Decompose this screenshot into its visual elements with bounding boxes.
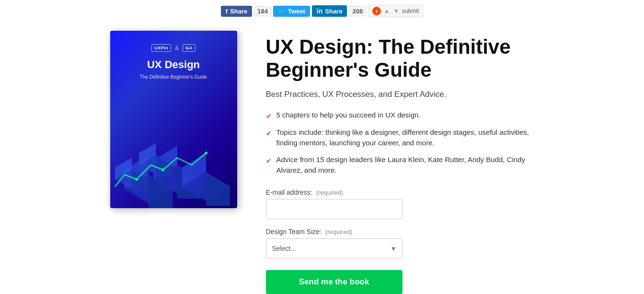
linkedin-share-button[interactable]: in Share [312, 5, 347, 17]
check-icon-2: ✔ [266, 129, 272, 139]
linkedin-icon: in [317, 7, 322, 15]
content-area: UX Design: The Definitive Beginner's Gui… [266, 31, 534, 294]
facebook-share-button[interactable]: f Share [221, 6, 252, 17]
reddit-area: r ▲ ▼ submit [368, 5, 423, 17]
book-illustration [110, 112, 237, 208]
social-bar: f Share 184 🐦 Tweet in Share 208 r ▲ ▼ s… [0, 0, 644, 21]
email-form-group: E-mail address: (required) [266, 188, 534, 219]
twitter-label: Tweet [288, 8, 305, 15]
signup-form: E-mail address: (required) Design Team S… [266, 188, 534, 294]
facebook-icon: f [226, 8, 228, 15]
feature-text-1: 5 chapters to help you succeed in UX des… [276, 110, 421, 121]
email-required-tag: (required) [316, 189, 343, 196]
email-label: E-mail address: (required) [266, 188, 534, 196]
check-icon-1: ✔ [266, 111, 272, 121]
linkedin-count: 208 [349, 6, 366, 16]
twitter-share-button[interactable]: 🐦 Tweet [273, 6, 310, 17]
features-list: ✔ 5 chapters to help you succeed in UX d… [266, 110, 534, 176]
facebook-label: Share [230, 8, 247, 15]
reddit-downvote-button[interactable]: ▼ [392, 8, 400, 14]
feature-text-2: Topics include: thinking like a designer… [276, 127, 534, 149]
book-subtitle: The Definitive Beginner's Guide [140, 74, 207, 81]
reddit-icon: r [372, 7, 381, 15]
svg-marker-7 [206, 172, 230, 206]
feature-item-3: ✔ Advice from 15 design leaders like Lau… [266, 154, 534, 176]
svg-point-16 [161, 168, 164, 171]
check-icon-3: ✔ [266, 156, 272, 166]
team-size-select[interactable]: Select... Just me 2-5 6-10 11-25 25-100 … [266, 238, 402, 259]
reddit-submit-label: submit [402, 8, 419, 14]
feature-item-2: ✔ Topics include: thinking like a design… [266, 127, 534, 149]
svg-point-17 [135, 178, 138, 181]
facebook-count: 184 [254, 6, 271, 16]
uxpin-logo: UXPin [151, 44, 171, 52]
page-title: UX Design: The Definitive Beginner's Gui… [266, 35, 534, 82]
feature-item-1: ✔ 5 chapters to help you succeed in UX d… [266, 110, 534, 121]
linkedin-label: Share [325, 8, 342, 15]
team-size-select-wrapper: Select... Just me 2-5 6-10 11-25 25-100 … [266, 238, 402, 259]
twitter-icon: 🐦 [278, 8, 286, 15]
submit-button[interactable]: Send me the book [266, 270, 402, 294]
svg-point-15 [205, 152, 207, 154]
team-size-required-tag: (required) [325, 228, 352, 235]
main-container: UXPin & GA UX Design The Definitive Begi… [58, 21, 586, 294]
reddit-upvote-button[interactable]: ▲ [383, 8, 391, 14]
book-logos: UXPin & GA [151, 44, 196, 52]
book-title: UX Design [147, 59, 200, 71]
page-subtitle: Best Practices, UX Processes, and Expert… [266, 90, 534, 99]
logo-ampersand: & [175, 45, 179, 51]
feature-text-3: Advice from 15 design leaders like Laura… [276, 154, 534, 176]
team-size-label: Design Team Size: (required) [266, 228, 534, 235]
email-input[interactable] [266, 199, 402, 219]
book-cover: UXPin & GA UX Design The Definitive Begi… [110, 31, 237, 208]
ga-logo: GA [183, 44, 196, 52]
team-size-form-group: Design Team Size: (required) Select... J… [266, 228, 534, 259]
